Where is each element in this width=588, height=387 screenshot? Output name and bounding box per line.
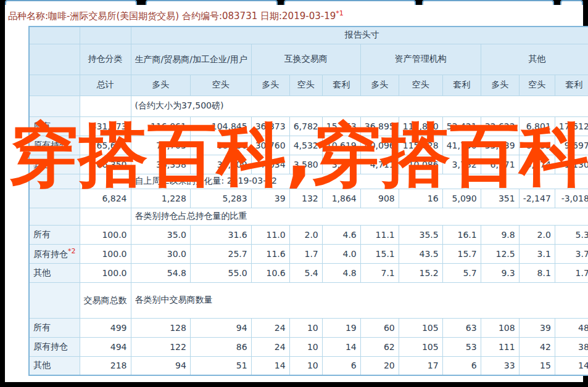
value-cell: 39 [251, 189, 289, 208]
value-cell: 4.0 [322, 244, 360, 263]
value-cell: 66,350 [80, 155, 131, 174]
group-header-other: 其他 [481, 44, 588, 75]
value-cell: 6 [442, 356, 481, 375]
value-cell: 20 [360, 356, 399, 375]
row-label-text: 所有 [33, 121, 51, 131]
row-label: 原有持仓*2 [29, 244, 80, 263]
category-header: 持仓分类 [80, 44, 131, 75]
row-label: 原有持仓 [29, 136, 80, 155]
footnote-marker: *1 [336, 9, 344, 17]
table-row: 所有4991289424101960105631083948 [29, 318, 588, 337]
traders-total-header: 交易商总数 [80, 282, 131, 318]
value-cell: 104,845 [190, 116, 251, 136]
value-cell: 122 [131, 337, 190, 356]
value-cell: 11.0 [251, 225, 289, 244]
value-cell: 9.3 [481, 263, 519, 282]
value-cell: 10,086 [399, 155, 442, 174]
value-cell: 10 [289, 337, 322, 356]
value-cell: 12.5 [481, 244, 519, 263]
value-cell: 53,421 [442, 116, 481, 136]
value-cell: 1,228 [131, 189, 190, 208]
value-cell: 5,374 [519, 155, 555, 174]
value-cell: 5,283 [190, 189, 251, 208]
col-header: 套利 [442, 75, 481, 96]
value-cell: 15.2 [399, 263, 442, 282]
header-row-1: 报告头寸 非报告头寸 [29, 26, 588, 44]
value-cell: 15.7 [442, 244, 481, 263]
col-header: 空头 [519, 75, 555, 96]
row-label-text: 其他 [33, 159, 51, 169]
value-cell: 1.7 [555, 263, 588, 282]
value-cell: 14 [322, 337, 360, 356]
table-row: 6,8241,2285,283391321,864908165,090351-2… [29, 189, 588, 208]
value-cell: 24 [251, 337, 289, 356]
value-cell: 1,864 [322, 189, 360, 208]
value-cell: 24 [251, 318, 289, 337]
col-header: 空头 [190, 75, 251, 96]
title-text: 品种名称:咖啡-洲际交易所(美国期货交易) 合约编号:083731 日期:201… [8, 10, 336, 22]
screenshot-stage: 品种名称:咖啡-洲际交易所(美国期货交易) 合约编号:083731 日期:201… [0, 0, 588, 387]
table-row: 原有持仓*2100.030.025.711.61.74.015.143.515.… [29, 244, 588, 263]
value-cell: 100.0 [80, 244, 131, 263]
value-cell: 9,697 [555, 136, 588, 155]
row-label-text: 所有 [33, 229, 51, 239]
corner-cell [29, 26, 80, 44]
value-cell: 8,233 [519, 136, 555, 155]
value-cell: 30.0 [131, 244, 190, 263]
table-row: 所有331,973116,061104,84536,3736,78215,153… [29, 116, 588, 136]
value-cell: 3.1 [519, 244, 555, 263]
header-row-2: 持仓分类 生产商/贸易商/加工企业/用户 互换交易商 资产管理机构 其他 [29, 44, 588, 75]
empty-cell [80, 208, 131, 225]
value-cell: 100.0 [80, 225, 131, 244]
col-header: 套利 [555, 75, 588, 96]
value-cell: 86 [190, 337, 251, 356]
value-cell: 94 [190, 318, 251, 337]
table-row: 原有持仓4941228624101462105531114238 [29, 337, 588, 356]
value-cell: 115,628 [399, 136, 442, 155]
row-label-text: 原有持仓 [33, 249, 68, 259]
col-header: 空头 [399, 75, 442, 96]
value-cell: 43.5 [399, 244, 442, 263]
value-cell: 111 [481, 337, 519, 356]
section-label: (合约大小为37,500磅) [131, 96, 588, 116]
row-label-cell [29, 208, 80, 225]
row-label-text: 原有持仓 [33, 341, 68, 351]
value-cell: 10,619 [322, 136, 360, 155]
row-label: 其他 [29, 356, 80, 375]
table-row: 其他66,35036,35836,5097,0343,5803,1734,711… [29, 155, 588, 174]
value-cell: 62 [360, 337, 399, 356]
table-row: 其他100.054.855.010.65.44.87.115.25.79.38.… [29, 263, 588, 282]
col-header: 总计 [80, 75, 131, 96]
value-cell: 10.6 [251, 263, 289, 282]
value-cell: 53 [442, 337, 481, 356]
section-label: 各类别中交易商数量 [131, 282, 588, 318]
group-header-managed-money: 资产管理机构 [360, 44, 481, 75]
section-label-row: 各类别持仓占总持仓量的比重 [29, 208, 588, 225]
value-cell: 9.8 [481, 225, 519, 244]
group-header-swap: 互换交易商 [251, 44, 360, 75]
value-cell: 31.6 [190, 225, 251, 244]
value-cell: 499 [80, 318, 131, 337]
value-cell: -2,147 [519, 189, 555, 208]
value-cell: 4,532 [289, 136, 322, 155]
corner-cell [80, 26, 131, 44]
value-cell: 3.7 [555, 244, 588, 263]
value-cell: -3,018 [555, 189, 588, 208]
value-cell: 35.0 [131, 225, 190, 244]
row-label: 其他 [29, 263, 80, 282]
value-cell: 3,580 [289, 155, 322, 174]
value-cell: 10 [289, 318, 322, 337]
value-cell: 351 [481, 189, 519, 208]
value-cell: 105 [399, 337, 442, 356]
value-cell: 3,173 [322, 155, 360, 174]
value-cell: 15.1 [360, 244, 399, 263]
table-row: 其他21894511410620176331514 [29, 356, 588, 375]
value-cell: 79,703 [131, 136, 190, 155]
value-cell: 35.5 [399, 225, 442, 244]
value-cell: 39 [519, 318, 555, 337]
header-row-3: 总计 多头 空头 多头 空头 套利 多头 空头 套利 多头 空头 套利 多头 空… [29, 75, 588, 96]
row-label: 所有 [29, 116, 80, 136]
value-cell: 2.0 [289, 225, 322, 244]
value-cell: 33,239 [481, 136, 519, 155]
value-cell: 51 [190, 356, 251, 375]
